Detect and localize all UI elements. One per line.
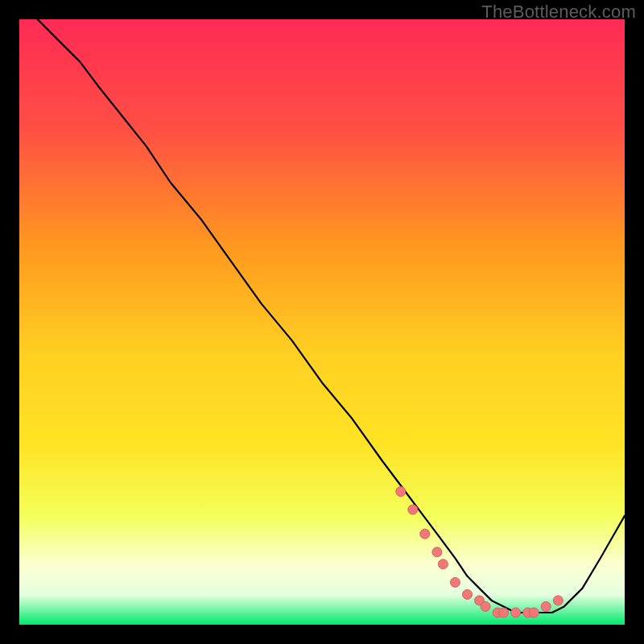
curve-dot bbox=[499, 608, 509, 617]
curve-dot bbox=[541, 601, 551, 611]
curve-dot bbox=[553, 596, 563, 605]
chart-svg bbox=[0, 0, 644, 644]
curve-dot bbox=[450, 577, 460, 587]
curve-dot bbox=[420, 529, 430, 539]
chart-stage: { "watermark": "TheBottleneck.com", "col… bbox=[0, 0, 644, 644]
curve-dot bbox=[511, 608, 521, 617]
plot-background bbox=[19, 19, 625, 625]
watermark-text: TheBottleneck.com bbox=[481, 2, 636, 23]
curve-dot bbox=[463, 589, 473, 599]
curve-dot bbox=[481, 601, 490, 611]
curve-dot bbox=[408, 505, 418, 514]
curve-dot bbox=[432, 547, 442, 557]
curve-dot bbox=[529, 608, 539, 617]
curve-dot bbox=[438, 559, 448, 569]
curve-dot bbox=[396, 487, 406, 497]
